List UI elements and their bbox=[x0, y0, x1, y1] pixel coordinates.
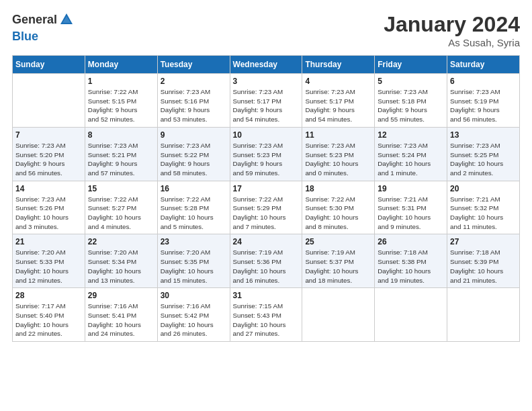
table-row: 22Sunrise: 7:20 AMSunset: 5:34 PMDayligh… bbox=[85, 234, 157, 288]
day-number: 9 bbox=[161, 130, 227, 140]
day-info: Sunrise: 7:20 AMSunset: 5:35 PMDaylight:… bbox=[161, 248, 227, 285]
day-number: 11 bbox=[305, 130, 371, 140]
table-row: 15Sunrise: 7:22 AMSunset: 5:27 PMDayligh… bbox=[85, 181, 157, 234]
calendar-table: Sunday Monday Tuesday Wednesday Thursday… bbox=[12, 55, 520, 342]
day-info: Sunrise: 7:20 AMSunset: 5:34 PMDaylight:… bbox=[88, 248, 154, 285]
logo-blue: Blue bbox=[12, 30, 38, 43]
day-info: Sunrise: 7:17 AMSunset: 5:40 PMDaylight:… bbox=[15, 302, 82, 338]
day-info: Sunrise: 7:23 AMSunset: 5:24 PMDaylight:… bbox=[378, 141, 444, 178]
table-row: 4Sunrise: 7:23 AMSunset: 5:17 PMDaylight… bbox=[302, 74, 375, 128]
day-number: 27 bbox=[450, 237, 517, 246]
table-row: 23Sunrise: 7:20 AMSunset: 5:35 PMDayligh… bbox=[157, 234, 230, 288]
day-info: Sunrise: 7:22 AMSunset: 5:28 PMDaylight:… bbox=[161, 195, 227, 232]
day-info: Sunrise: 7:18 AMSunset: 5:39 PMDaylight:… bbox=[450, 248, 517, 285]
table-row: 8Sunrise: 7:23 AMSunset: 5:21 PMDaylight… bbox=[85, 127, 157, 181]
day-number: 30 bbox=[161, 291, 227, 300]
day-number: 16 bbox=[161, 184, 227, 193]
day-number: 29 bbox=[88, 291, 154, 300]
day-number: 28 bbox=[15, 291, 82, 300]
table-row: 18Sunrise: 7:22 AMSunset: 5:30 PMDayligh… bbox=[302, 181, 375, 234]
header-wednesday: Wednesday bbox=[230, 56, 302, 74]
table-row: 16Sunrise: 7:22 AMSunset: 5:28 PMDayligh… bbox=[157, 181, 230, 234]
header-thursday: Thursday bbox=[302, 56, 375, 74]
day-info: Sunrise: 7:23 AMSunset: 5:19 PMDaylight:… bbox=[450, 87, 517, 124]
day-number: 20 bbox=[450, 184, 517, 193]
table-row: 11Sunrise: 7:23 AMSunset: 5:23 PMDayligh… bbox=[302, 127, 375, 181]
table-row: 31Sunrise: 7:15 AMSunset: 5:43 PMDayligh… bbox=[230, 288, 302, 342]
day-number: 24 bbox=[233, 237, 300, 246]
day-number: 26 bbox=[378, 237, 444, 246]
table-row: 5Sunrise: 7:23 AMSunset: 5:18 PMDaylight… bbox=[375, 74, 447, 128]
day-info: Sunrise: 7:23 AMSunset: 5:16 PMDaylight:… bbox=[161, 87, 227, 124]
month-title: January 2024 bbox=[384, 12, 520, 37]
logo-icon bbox=[59, 12, 74, 27]
day-info: Sunrise: 7:23 AMSunset: 5:23 PMDaylight:… bbox=[233, 141, 300, 178]
calendar-header-row: Sunday Monday Tuesday Wednesday Thursday… bbox=[13, 56, 520, 74]
day-number: 14 bbox=[15, 184, 82, 193]
header-friday: Friday bbox=[375, 56, 447, 74]
location-subtitle: As Susah, Syria bbox=[384, 37, 520, 48]
day-number: 3 bbox=[233, 77, 300, 86]
day-number: 13 bbox=[450, 130, 517, 140]
day-info: Sunrise: 7:23 AMSunset: 5:17 PMDaylight:… bbox=[305, 87, 371, 124]
table-row: 20Sunrise: 7:21 AMSunset: 5:32 PMDayligh… bbox=[447, 181, 520, 234]
table-row bbox=[13, 74, 85, 128]
header-sunday: Sunday bbox=[13, 56, 85, 74]
day-info: Sunrise: 7:19 AMSunset: 5:37 PMDaylight:… bbox=[305, 248, 371, 285]
day-number: 15 bbox=[88, 184, 154, 193]
day-number: 31 bbox=[233, 291, 300, 300]
table-row: 28Sunrise: 7:17 AMSunset: 5:40 PMDayligh… bbox=[13, 288, 85, 342]
day-info: Sunrise: 7:22 AMSunset: 5:15 PMDaylight:… bbox=[88, 87, 154, 124]
day-number: 22 bbox=[88, 237, 154, 246]
day-info: Sunrise: 7:21 AMSunset: 5:32 PMDaylight:… bbox=[450, 195, 517, 232]
day-info: Sunrise: 7:22 AMSunset: 5:29 PMDaylight:… bbox=[233, 195, 300, 232]
logo: General Blue bbox=[12, 12, 75, 44]
day-number: 25 bbox=[305, 237, 371, 246]
day-number: 21 bbox=[15, 237, 82, 246]
day-info: Sunrise: 7:23 AMSunset: 5:26 PMDaylight:… bbox=[15, 195, 82, 232]
table-row: 30Sunrise: 7:16 AMSunset: 5:42 PMDayligh… bbox=[157, 288, 230, 342]
header-tuesday: Tuesday bbox=[157, 56, 230, 74]
day-number: 4 bbox=[305, 77, 371, 86]
table-row: 21Sunrise: 7:20 AMSunset: 5:33 PMDayligh… bbox=[13, 234, 85, 288]
day-info: Sunrise: 7:16 AMSunset: 5:42 PMDaylight:… bbox=[161, 302, 227, 338]
table-row: 27Sunrise: 7:18 AMSunset: 5:39 PMDayligh… bbox=[447, 234, 520, 288]
day-number: 18 bbox=[305, 184, 371, 193]
table-row: 13Sunrise: 7:23 AMSunset: 5:25 PMDayligh… bbox=[447, 127, 520, 181]
table-row: 25Sunrise: 7:19 AMSunset: 5:37 PMDayligh… bbox=[302, 234, 375, 288]
day-info: Sunrise: 7:22 AMSunset: 5:30 PMDaylight:… bbox=[305, 195, 371, 232]
table-row: 17Sunrise: 7:22 AMSunset: 5:29 PMDayligh… bbox=[230, 181, 302, 234]
day-number: 19 bbox=[378, 184, 444, 193]
calendar-week-row: 28Sunrise: 7:17 AMSunset: 5:40 PMDayligh… bbox=[13, 288, 520, 342]
day-info: Sunrise: 7:22 AMSunset: 5:27 PMDaylight:… bbox=[88, 195, 154, 232]
day-info: Sunrise: 7:23 AMSunset: 5:18 PMDaylight:… bbox=[378, 87, 444, 124]
day-info: Sunrise: 7:23 AMSunset: 5:21 PMDaylight:… bbox=[88, 141, 154, 178]
table-row: 9Sunrise: 7:23 AMSunset: 5:22 PMDaylight… bbox=[157, 127, 230, 181]
table-row: 19Sunrise: 7:21 AMSunset: 5:31 PMDayligh… bbox=[375, 181, 447, 234]
calendar-week-row: 1Sunrise: 7:22 AMSunset: 5:15 PMDaylight… bbox=[13, 74, 520, 128]
table-row: 12Sunrise: 7:23 AMSunset: 5:24 PMDayligh… bbox=[375, 127, 447, 181]
day-info: Sunrise: 7:21 AMSunset: 5:31 PMDaylight:… bbox=[378, 195, 444, 232]
table-row: 6Sunrise: 7:23 AMSunset: 5:19 PMDaylight… bbox=[447, 74, 520, 128]
table-row: 3Sunrise: 7:23 AMSunset: 5:17 PMDaylight… bbox=[230, 74, 302, 128]
header-monday: Monday bbox=[85, 56, 157, 74]
day-number: 8 bbox=[88, 130, 154, 140]
day-info: Sunrise: 7:23 AMSunset: 5:23 PMDaylight:… bbox=[305, 141, 371, 178]
table-row: 24Sunrise: 7:19 AMSunset: 5:36 PMDayligh… bbox=[230, 234, 302, 288]
calendar-week-row: 21Sunrise: 7:20 AMSunset: 5:33 PMDayligh… bbox=[13, 234, 520, 288]
page: General Blue January 2024 As Susah, Syri… bbox=[0, 0, 532, 349]
day-info: Sunrise: 7:16 AMSunset: 5:41 PMDaylight:… bbox=[88, 302, 154, 338]
table-row: 1Sunrise: 7:22 AMSunset: 5:15 PMDaylight… bbox=[85, 74, 157, 128]
table-row bbox=[447, 288, 520, 342]
day-number: 5 bbox=[378, 77, 444, 86]
title-block: January 2024 As Susah, Syria bbox=[384, 12, 520, 48]
day-info: Sunrise: 7:23 AMSunset: 5:22 PMDaylight:… bbox=[161, 141, 227, 178]
table-row: 29Sunrise: 7:16 AMSunset: 5:41 PMDayligh… bbox=[85, 288, 157, 342]
day-info: Sunrise: 7:15 AMSunset: 5:43 PMDaylight:… bbox=[233, 302, 300, 338]
table-row: 10Sunrise: 7:23 AMSunset: 5:23 PMDayligh… bbox=[230, 127, 302, 181]
table-row: 14Sunrise: 7:23 AMSunset: 5:26 PMDayligh… bbox=[13, 181, 85, 234]
day-info: Sunrise: 7:23 AMSunset: 5:25 PMDaylight:… bbox=[450, 141, 517, 178]
table-row: 7Sunrise: 7:23 AMSunset: 5:20 PMDaylight… bbox=[13, 127, 85, 181]
calendar-week-row: 7Sunrise: 7:23 AMSunset: 5:20 PMDaylight… bbox=[13, 127, 520, 181]
day-info: Sunrise: 7:23 AMSunset: 5:17 PMDaylight:… bbox=[233, 87, 300, 124]
